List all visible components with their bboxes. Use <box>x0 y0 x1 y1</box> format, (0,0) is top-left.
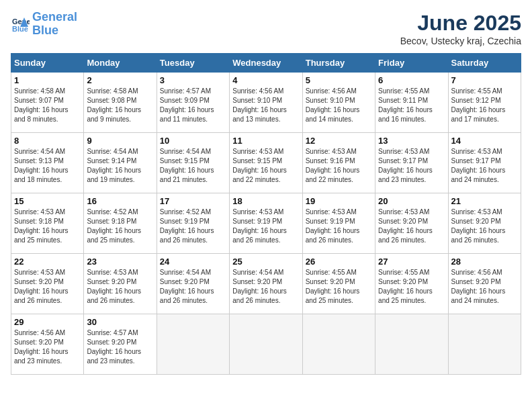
day-info: Sunrise: 4:55 AM Sunset: 9:12 PM Dayligh… <box>451 87 518 124</box>
calendar-cell: 18Sunrise: 4:53 AM Sunset: 9:19 PM Dayli… <box>230 193 302 254</box>
calendar-cell: 1Sunrise: 4:58 AM Sunset: 9:07 PM Daylig… <box>11 73 84 133</box>
calendar-table: SundayMondayTuesdayWednesdayThursdayFrid… <box>11 53 521 375</box>
logo-text: GeneralBlue <box>32 11 77 38</box>
calendar-cell: 30Sunrise: 4:57 AM Sunset: 9:20 PM Dayli… <box>84 314 157 375</box>
calendar-cell: 2Sunrise: 4:58 AM Sunset: 9:08 PM Daylig… <box>84 73 157 133</box>
column-header-tuesday: Tuesday <box>157 54 229 73</box>
day-number: 15 <box>14 196 81 206</box>
day-number: 28 <box>451 257 518 267</box>
calendar-cell: 7Sunrise: 4:55 AM Sunset: 9:12 PM Daylig… <box>448 73 521 133</box>
day-info: Sunrise: 4:55 AM Sunset: 9:20 PM Dayligh… <box>378 268 445 306</box>
calendar-cell: 25Sunrise: 4:54 AM Sunset: 9:20 PM Dayli… <box>230 254 302 314</box>
day-info: Sunrise: 4:53 AM Sunset: 9:18 PM Dayligh… <box>14 208 81 245</box>
day-number: 16 <box>87 196 153 206</box>
day-info: Sunrise: 4:53 AM Sunset: 9:16 PM Dayligh… <box>306 147 372 185</box>
day-number: 26 <box>306 257 372 267</box>
day-number: 12 <box>306 136 372 146</box>
day-info: Sunrise: 4:53 AM Sunset: 9:20 PM Dayligh… <box>14 268 81 306</box>
calendar-cell <box>302 314 375 375</box>
day-number: 13 <box>378 136 445 146</box>
calendar-header-row: SundayMondayTuesdayWednesdayThursdayFrid… <box>11 54 521 73</box>
calendar-cell: 21Sunrise: 4:53 AM Sunset: 9:20 PM Dayli… <box>448 193 521 254</box>
day-number: 8 <box>14 136 81 146</box>
calendar-week-row: 29Sunrise: 4:56 AM Sunset: 9:20 PM Dayli… <box>11 314 521 375</box>
day-number: 19 <box>306 196 372 206</box>
calendar-cell: 29Sunrise: 4:56 AM Sunset: 9:20 PM Dayli… <box>11 314 84 375</box>
day-number: 3 <box>160 75 226 85</box>
day-info: Sunrise: 4:54 AM Sunset: 9:14 PM Dayligh… <box>87 147 153 185</box>
day-info: Sunrise: 4:53 AM Sunset: 9:20 PM Dayligh… <box>87 268 153 306</box>
calendar-cell <box>375 314 448 375</box>
calendar-cell: 15Sunrise: 4:53 AM Sunset: 9:18 PM Dayli… <box>11 193 84 254</box>
column-header-monday: Monday <box>84 54 157 73</box>
column-header-friday: Friday <box>375 54 448 73</box>
day-info: Sunrise: 4:57 AM Sunset: 9:20 PM Dayligh… <box>87 328 153 366</box>
calendar-cell: 23Sunrise: 4:53 AM Sunset: 9:20 PM Dayli… <box>84 254 157 314</box>
logo-icon: General Blue <box>11 15 30 34</box>
day-number: 30 <box>87 317 153 327</box>
title-area: June 2025 Becov, Ustecky kraj, Czechia <box>400 11 521 46</box>
day-number: 22 <box>14 257 81 267</box>
day-number: 2 <box>87 75 153 85</box>
calendar-cell: 3Sunrise: 4:57 AM Sunset: 9:09 PM Daylig… <box>157 73 229 133</box>
day-number: 4 <box>232 75 299 85</box>
day-info: Sunrise: 4:54 AM Sunset: 9:20 PM Dayligh… <box>160 268 226 306</box>
day-number: 20 <box>378 196 445 206</box>
calendar-cell: 20Sunrise: 4:53 AM Sunset: 9:20 PM Dayli… <box>375 193 448 254</box>
calendar-cell: 17Sunrise: 4:52 AM Sunset: 9:19 PM Dayli… <box>157 193 229 254</box>
day-number: 29 <box>14 317 81 327</box>
calendar-cell: 4Sunrise: 4:56 AM Sunset: 9:10 PM Daylig… <box>230 73 302 133</box>
day-number: 24 <box>160 257 226 267</box>
column-header-sunday: Sunday <box>11 54 84 73</box>
day-number: 1 <box>14 75 81 85</box>
day-number: 9 <box>87 136 153 146</box>
day-info: Sunrise: 4:54 AM Sunset: 9:15 PM Dayligh… <box>160 147 226 185</box>
column-header-saturday: Saturday <box>448 54 521 73</box>
calendar-cell: 9Sunrise: 4:54 AM Sunset: 9:14 PM Daylig… <box>84 133 157 193</box>
calendar-cell: 6Sunrise: 4:55 AM Sunset: 9:11 PM Daylig… <box>375 73 448 133</box>
day-number: 14 <box>451 136 518 146</box>
calendar-cell: 19Sunrise: 4:53 AM Sunset: 9:19 PM Dayli… <box>302 193 375 254</box>
day-info: Sunrise: 4:57 AM Sunset: 9:09 PM Dayligh… <box>160 87 226 124</box>
calendar-cell <box>157 314 229 375</box>
day-number: 5 <box>306 75 372 85</box>
day-info: Sunrise: 4:52 AM Sunset: 9:18 PM Dayligh… <box>87 208 153 245</box>
day-info: Sunrise: 4:53 AM Sunset: 9:19 PM Dayligh… <box>306 208 372 245</box>
day-number: 17 <box>160 196 226 206</box>
day-number: 21 <box>451 196 518 206</box>
calendar-cell: 10Sunrise: 4:54 AM Sunset: 9:15 PM Dayli… <box>157 133 229 193</box>
calendar-cell: 22Sunrise: 4:53 AM Sunset: 9:20 PM Dayli… <box>11 254 84 314</box>
day-number: 23 <box>87 257 153 267</box>
day-info: Sunrise: 4:53 AM Sunset: 9:19 PM Dayligh… <box>232 208 299 245</box>
calendar-cell: 12Sunrise: 4:53 AM Sunset: 9:16 PM Dayli… <box>302 133 375 193</box>
calendar-cell: 28Sunrise: 4:56 AM Sunset: 9:20 PM Dayli… <box>448 254 521 314</box>
calendar-week-row: 15Sunrise: 4:53 AM Sunset: 9:18 PM Dayli… <box>11 193 521 254</box>
day-number: 6 <box>378 75 445 85</box>
day-info: Sunrise: 4:53 AM Sunset: 9:20 PM Dayligh… <box>378 208 445 245</box>
calendar-cell: 24Sunrise: 4:54 AM Sunset: 9:20 PM Dayli… <box>157 254 229 314</box>
day-number: 11 <box>232 136 299 146</box>
day-info: Sunrise: 4:53 AM Sunset: 9:17 PM Dayligh… <box>378 147 445 185</box>
day-info: Sunrise: 4:56 AM Sunset: 9:10 PM Dayligh… <box>306 87 372 124</box>
day-number: 25 <box>232 257 299 267</box>
day-info: Sunrise: 4:53 AM Sunset: 9:20 PM Dayligh… <box>451 208 518 245</box>
calendar-cell: 16Sunrise: 4:52 AM Sunset: 9:18 PM Dayli… <box>84 193 157 254</box>
day-info: Sunrise: 4:54 AM Sunset: 9:13 PM Dayligh… <box>14 147 81 185</box>
calendar-cell: 14Sunrise: 4:53 AM Sunset: 9:17 PM Dayli… <box>448 133 521 193</box>
calendar-cell: 5Sunrise: 4:56 AM Sunset: 9:10 PM Daylig… <box>302 73 375 133</box>
location: Becov, Ustecky kraj, Czechia <box>400 36 521 46</box>
calendar-cell: 11Sunrise: 4:53 AM Sunset: 9:15 PM Dayli… <box>230 133 302 193</box>
day-number: 27 <box>378 257 445 267</box>
calendar-cell: 13Sunrise: 4:53 AM Sunset: 9:17 PM Dayli… <box>375 133 448 193</box>
column-header-wednesday: Wednesday <box>230 54 302 73</box>
calendar-week-row: 8Sunrise: 4:54 AM Sunset: 9:13 PM Daylig… <box>11 133 521 193</box>
month-title: June 2025 <box>400 11 521 36</box>
calendar-cell: 8Sunrise: 4:54 AM Sunset: 9:13 PM Daylig… <box>11 133 84 193</box>
page-header: General Blue GeneralBlue June 2025 Becov… <box>11 11 521 46</box>
calendar-week-row: 22Sunrise: 4:53 AM Sunset: 9:20 PM Dayli… <box>11 254 521 314</box>
day-number: 7 <box>451 75 518 85</box>
day-info: Sunrise: 4:55 AM Sunset: 9:20 PM Dayligh… <box>306 268 372 306</box>
day-info: Sunrise: 4:54 AM Sunset: 9:20 PM Dayligh… <box>232 268 299 306</box>
day-number: 18 <box>232 196 299 206</box>
day-info: Sunrise: 4:53 AM Sunset: 9:17 PM Dayligh… <box>451 147 518 185</box>
